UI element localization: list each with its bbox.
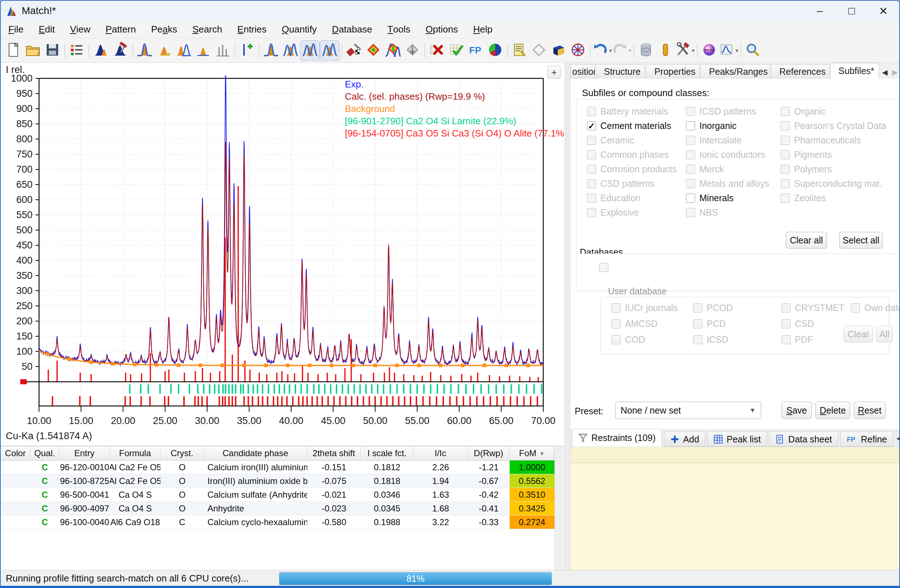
user-db-checkbox-amcsd[interactable]: AMCSD xyxy=(611,319,658,329)
checkbox-icon[interactable] xyxy=(587,193,596,203)
column-header-formula[interactable]: Formula xyxy=(110,446,160,460)
menu-quantify[interactable]: Quantify xyxy=(274,21,324,38)
add-peak-button[interactable] xyxy=(237,40,257,61)
dropdown-arrow-icon[interactable]: ▾ xyxy=(692,47,695,54)
column-header-d-rwp-[interactable]: D(Rwp) xyxy=(468,446,510,460)
checkbox-icon[interactable] xyxy=(686,193,695,203)
maximize-button[interactable]: □ xyxy=(836,1,867,21)
checkbox-icon[interactable] xyxy=(587,179,596,188)
fit-selected-button[interactable] xyxy=(300,40,320,61)
zoom-button[interactable] xyxy=(743,40,763,61)
menu-database[interactable]: Database xyxy=(324,21,380,38)
undo-button[interactable]: ▾ xyxy=(593,40,612,61)
user-db-checkbox-cod[interactable]: COD xyxy=(611,334,645,345)
profile-fit-button[interactable] xyxy=(261,40,281,61)
subfile-checkbox-corrosion-products[interactable]: Corrosion products xyxy=(587,164,677,175)
peak-fit-button[interactable] xyxy=(174,40,193,61)
menu-help[interactable]: Help xyxy=(466,21,500,38)
quantify-pie-button[interactable] xyxy=(486,40,505,61)
new-document-button[interactable] xyxy=(4,40,23,61)
dropdown-arrow-icon[interactable]: ▾ xyxy=(609,47,612,54)
bottom-tab-restraints--109-[interactable]: Restraints (109) xyxy=(572,429,662,447)
raw-data-button[interactable] xyxy=(91,40,110,61)
profile-fitting-search-match-button[interactable] xyxy=(383,40,403,61)
candidate-row-96-900-4097[interactable]: C96-900-4097Ca O4 SOAnhydrite-0.0230.034… xyxy=(1,502,554,515)
tools-button[interactable]: ▾ xyxy=(675,40,695,61)
save-button[interactable]: Save xyxy=(781,402,812,419)
menu-file[interactable]: File xyxy=(1,21,31,38)
checkbox-icon[interactable] xyxy=(686,208,695,217)
fp-button[interactable]: FP xyxy=(466,40,486,61)
column-header-i-ic[interactable]: I/Ic xyxy=(413,446,468,460)
subfile-checkbox-polymers[interactable]: Polymers xyxy=(781,164,832,175)
bottom-tab-data-sheet[interactable]: Data sheet xyxy=(769,432,838,447)
subfile-checkbox-pearson-s-crystal-data[interactable]: Pearson's Crystal Data xyxy=(781,121,886,131)
subfile-checkbox-ionic-conductors[interactable]: Ionic conductors xyxy=(686,150,765,160)
checkbox-icon[interactable] xyxy=(781,136,790,145)
tab-peaks-ranges[interactable]: Peaks/Ranges xyxy=(700,64,770,79)
candidate-row-96-120-0010[interactable]: C96-120-0010Al Ca2 Fe O5OCalcium iron(II… xyxy=(1,461,554,474)
dropdown-arrow-icon[interactable]: ▾ xyxy=(628,47,632,54)
user-db-checkbox-iucr-journals[interactable]: IUCr journals xyxy=(611,303,678,313)
column-header-color[interactable]: Color xyxy=(1,446,30,460)
user-db-checkbox-crystmet[interactable]: CRYSTMET xyxy=(781,303,844,313)
subfile-checkbox-icsd-patterns[interactable]: ICSD patterns xyxy=(686,106,756,117)
subfile-checkbox-zeolites[interactable]: Zeolites xyxy=(781,193,826,203)
zoom-in-chart-button[interactable]: + xyxy=(547,66,561,79)
database-checkbox[interactable] xyxy=(599,263,608,272)
bottom-tab-add[interactable]: Add xyxy=(664,432,705,447)
tab-subfiles-[interactable]: Subfiles* xyxy=(830,63,879,79)
candidate-row-96-100-0040[interactable]: C96-100-0040Al6 Ca9 O18CCalcium cyclo-he… xyxy=(1,515,554,529)
bottom-tab-left-icon[interactable]: ◀ xyxy=(894,432,900,445)
dropdown-arrow-icon[interactable]: ▾ xyxy=(736,47,739,54)
delete-entries-button[interactable] xyxy=(427,40,446,61)
menu-pattern[interactable]: Pattern xyxy=(98,21,143,38)
tab-scroll-left-icon[interactable]: ◀ xyxy=(880,66,890,79)
subfile-checkbox-explosive[interactable]: Explosive xyxy=(587,207,639,218)
menu-options[interactable]: Options xyxy=(418,21,466,38)
color-button[interactable] xyxy=(700,40,719,61)
checkbox-icon[interactable] xyxy=(587,165,596,174)
reset-button[interactable]: Reset xyxy=(854,402,886,419)
checkbox-icon[interactable] xyxy=(587,208,596,217)
user-db-checkbox-csd[interactable]: CSD xyxy=(781,319,814,329)
subfile-checkbox-organic[interactable]: Organic xyxy=(781,106,826,117)
checkbox-icon[interactable] xyxy=(587,107,596,116)
fit-peaks-button[interactable] xyxy=(281,40,300,61)
fit-all-button[interactable] xyxy=(320,40,340,61)
subfile-checkbox-cement-materials[interactable]: ✓Cement materials xyxy=(587,121,671,131)
column-header-cryst-[interactable]: Cryst. xyxy=(160,446,204,460)
redo-button[interactable]: ▾ xyxy=(612,40,632,61)
user-db-checkbox-pcd[interactable]: PCD xyxy=(693,319,726,329)
search-match-button[interactable] xyxy=(364,40,383,61)
structure-button[interactable] xyxy=(568,40,588,61)
user-db-clear-button[interactable]: Clear xyxy=(844,326,873,342)
peak-strip-button[interactable] xyxy=(154,40,174,61)
bottom-tab-peak-list[interactable]: Peak list xyxy=(708,432,767,447)
tab-osition[interactable]: osition xyxy=(570,64,595,79)
checkbox-icon[interactable] xyxy=(686,179,695,188)
subfile-checkbox-superconducting-mat-[interactable]: Superconducting mat. xyxy=(781,178,882,189)
checkbox-icon[interactable] xyxy=(686,121,695,130)
checkbox-icon[interactable] xyxy=(781,121,790,130)
checkbox-icon[interactable] xyxy=(781,107,790,116)
menu-view[interactable]: View xyxy=(62,21,98,38)
user-db-checkbox-pdf[interactable]: PDF xyxy=(781,334,813,345)
menu-edit[interactable]: Edit xyxy=(31,21,62,38)
bottom-tab-refine[interactable]: FPRefine xyxy=(840,432,893,447)
checkbox-icon[interactable] xyxy=(587,150,596,159)
subfile-checkbox-inorganic[interactable]: Inorganic xyxy=(686,121,737,131)
unit-cell-button[interactable] xyxy=(549,40,568,61)
column-header-entry[interactable]: Entry xyxy=(59,446,110,460)
column-button[interactable] xyxy=(656,40,675,61)
tab-structure[interactable]: Structure xyxy=(596,64,646,79)
checkbox-icon[interactable] xyxy=(686,165,695,174)
user-db-all-button[interactable]: All xyxy=(876,326,893,342)
subfile-checkbox-csd-patterns[interactable]: CSD patterns xyxy=(587,178,655,189)
subfile-checkbox-battery-materials[interactable]: Battery materials xyxy=(587,106,668,117)
candidate-row-96-500-0041[interactable]: C96-500-0041Ca O4 SOCalcium sulfate (Anh… xyxy=(1,488,554,502)
column-header-i-scale-fct-[interactable]: I scale fct. xyxy=(361,446,413,460)
peak-search-button[interactable] xyxy=(135,40,154,61)
diffraction-chart-pane[interactable]: 5010015020025030035040045050055060065070… xyxy=(1,63,565,446)
restraints-button[interactable] xyxy=(529,40,549,61)
